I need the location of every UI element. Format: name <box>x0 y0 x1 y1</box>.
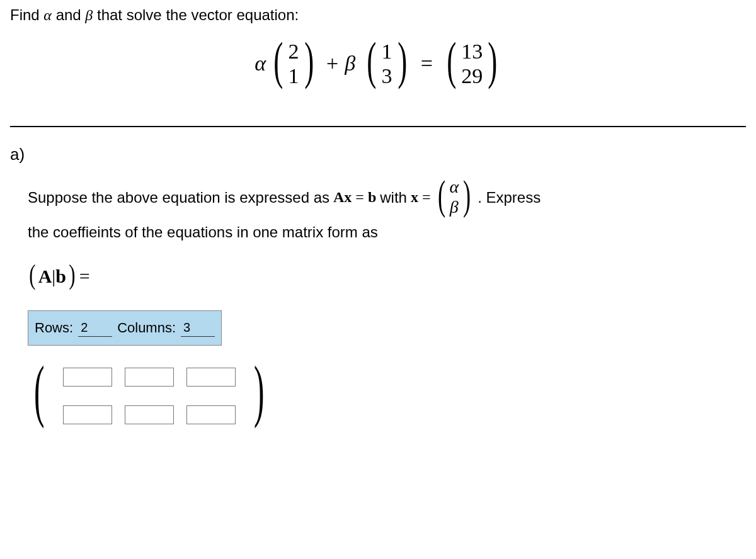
paren-right-icon: ) <box>69 249 75 302</box>
paren-right-icon: ) <box>463 179 471 212</box>
vector-2: ( 1 3 ) <box>363 39 411 88</box>
ax-eq-b: Ax = b <box>333 183 376 212</box>
cols-input[interactable] <box>181 319 215 337</box>
paren-left-icon: ( <box>437 179 445 212</box>
body-text-1: Suppose the above equation is expressed … <box>28 183 329 212</box>
paren-right-icon: ) <box>398 42 407 81</box>
matrix-input: ( ) <box>28 353 270 436</box>
problem-prompt: Find α and β that solve the vector equat… <box>10 6 746 24</box>
ab-A: A <box>38 266 52 286</box>
body-period-express: . Express <box>478 183 541 212</box>
v3-bot: 29 <box>461 64 483 88</box>
matrix-size-controls: Rows: Columns: <box>28 310 222 346</box>
matrix-cell-0-1[interactable] <box>125 368 174 387</box>
paren-left-icon: ( <box>34 365 44 415</box>
prompt-prefix: Find <box>10 6 43 23</box>
section-divider <box>10 126 746 127</box>
xvec-bot: β <box>450 197 459 217</box>
table-row <box>62 398 236 428</box>
alpha-symbol: α <box>43 7 52 23</box>
body-line-2: the coeffieints of the equations in one … <box>28 218 746 247</box>
body-line-1: Suppose the above equation is expressed … <box>28 177 746 217</box>
matrix-cell-0-2[interactable] <box>186 368 236 387</box>
ab-b: b <box>55 266 66 286</box>
vector-equation: α ( 2 1 ) + β ( 1 3 ) = ( 13 29 ) <box>10 39 746 88</box>
matrix-grid <box>51 353 248 436</box>
eq-plus-beta: + β <box>325 52 355 76</box>
body-with: with <box>380 183 407 212</box>
v1-top: 2 <box>289 39 299 64</box>
rows-input[interactable] <box>78 319 112 337</box>
paren-right-icon: ) <box>304 42 314 81</box>
eq-alpha: α <box>255 52 266 76</box>
rows-label: Rows: <box>35 315 73 341</box>
v2-bot: 3 <box>382 64 392 88</box>
v1-bot: 1 <box>289 64 299 88</box>
prompt-mid: and <box>52 6 85 23</box>
ab-eq: = <box>79 258 90 294</box>
table-row <box>62 361 236 391</box>
beta-symbol: β <box>85 7 93 23</box>
part-a-body: Suppose the above equation is expressed … <box>28 177 746 436</box>
part-a-label: a) <box>10 145 746 164</box>
paren-left-icon: ( <box>367 42 376 81</box>
vector-3: ( 13 29 ) <box>443 39 501 88</box>
matrix-cell-1-1[interactable] <box>125 405 174 424</box>
paren-left-icon: ( <box>29 249 35 302</box>
paren-left-icon: ( <box>447 42 456 81</box>
paren-right-icon: ) <box>488 42 497 81</box>
augmented-matrix-expr: ( A|b ) = <box>28 250 90 303</box>
xvec-top: α <box>449 177 459 197</box>
x-equals: x = <box>411 183 431 212</box>
eq-equals: = <box>421 52 433 76</box>
cols-label: Columns: <box>117 315 176 341</box>
paren-right-icon: ) <box>254 365 264 415</box>
x-vector: ( α β ) <box>435 177 474 217</box>
prompt-suffix: that solve the vector equation: <box>93 6 299 23</box>
paren-left-icon: ( <box>273 42 283 81</box>
vector-1: ( 2 1 ) <box>270 39 318 88</box>
matrix-cell-1-0[interactable] <box>63 405 112 424</box>
v3-top: 13 <box>461 39 483 64</box>
matrix-cell-1-2[interactable] <box>186 405 236 424</box>
matrix-cell-0-0[interactable] <box>63 368 112 387</box>
v2-top: 1 <box>382 39 392 64</box>
